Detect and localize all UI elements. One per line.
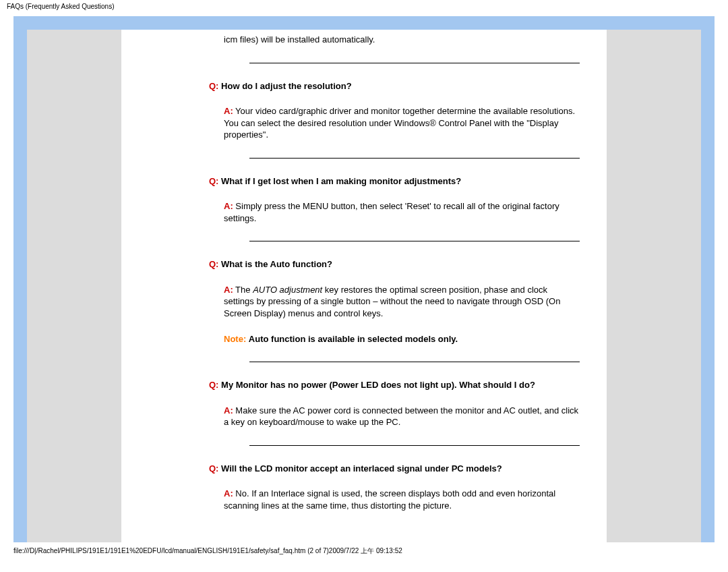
faq-answer: A: Make sure the AC power cord is connec… xyxy=(209,405,580,428)
faq-question: Q: Will the LCD monitor accept an interl… xyxy=(209,463,580,475)
question-text: What is the Auto function? xyxy=(221,259,332,269)
a-label: A: xyxy=(224,488,233,498)
q-label: Q: xyxy=(209,81,218,91)
answer-pre: The xyxy=(235,285,253,295)
a-label: A: xyxy=(224,106,233,116)
question-text: What if I get lost when I am making moni… xyxy=(221,176,461,186)
a-label: A: xyxy=(224,201,233,211)
page-margin: icm files) will be installed automatical… xyxy=(27,30,701,542)
question-text: Will the LCD monitor accept an interlace… xyxy=(221,463,502,474)
a-label: A: xyxy=(224,285,233,295)
q-label: Q: xyxy=(209,463,218,474)
faq-question: Q: How do I adjust the resolution? xyxy=(209,80,580,92)
faq-answer: A: The AUTO adjustment key restores the … xyxy=(209,284,580,320)
a-label: A: xyxy=(224,405,233,416)
faq-question: Q: My Monitor has no power (Power LED do… xyxy=(209,379,580,391)
faq-answer: A: No. If an Interlace signal is used, t… xyxy=(209,488,580,511)
footer-path: file:///D|/Rachel/PHILIPS/191E1/191E1%20… xyxy=(0,542,728,556)
divider xyxy=(249,63,580,63)
note-label: Note: xyxy=(224,334,246,344)
faq-note: Note: Auto function is available in sele… xyxy=(209,333,580,345)
document-frame: icm files) will be installed automatical… xyxy=(13,16,715,542)
q-label: Q: xyxy=(209,176,218,186)
faq-answer: A: Simply press the MENU button, then se… xyxy=(209,200,580,224)
faq-content: icm files) will be installed automatical… xyxy=(121,34,580,511)
divider xyxy=(249,362,580,362)
q-label: Q: xyxy=(209,380,218,390)
divider xyxy=(249,445,580,446)
faq-question: Q: What is the Auto function? xyxy=(209,258,580,270)
divider xyxy=(249,241,580,241)
divider xyxy=(249,158,580,159)
document-page: icm files) will be installed automatical… xyxy=(121,30,607,542)
answer-italic: AUTO adjustment xyxy=(253,285,322,295)
answer-body: Your video card/graphic driver and monit… xyxy=(224,106,575,140)
q-label: Q: xyxy=(209,259,218,269)
fragment-top-answer: icm files) will be installed automatical… xyxy=(209,34,580,46)
window-title: FAQs (Frequently Asked Questions) xyxy=(0,0,728,16)
question-text: How do I adjust the resolution? xyxy=(221,81,352,91)
note-body: Auto function is available in selected m… xyxy=(249,334,458,344)
faq-answer: A: Your video card/graphic driver and mo… xyxy=(209,105,580,141)
question-text: My Monitor has no power (Power LED does … xyxy=(221,380,535,390)
answer-body: No. If an Interlace signal is used, the … xyxy=(224,488,555,511)
answer-body: Make sure the AC power cord is connected… xyxy=(224,405,578,428)
faq-question: Q: What if I get lost when I am making m… xyxy=(209,175,580,188)
answer-body: Simply press the MENU button, then selec… xyxy=(224,201,559,223)
